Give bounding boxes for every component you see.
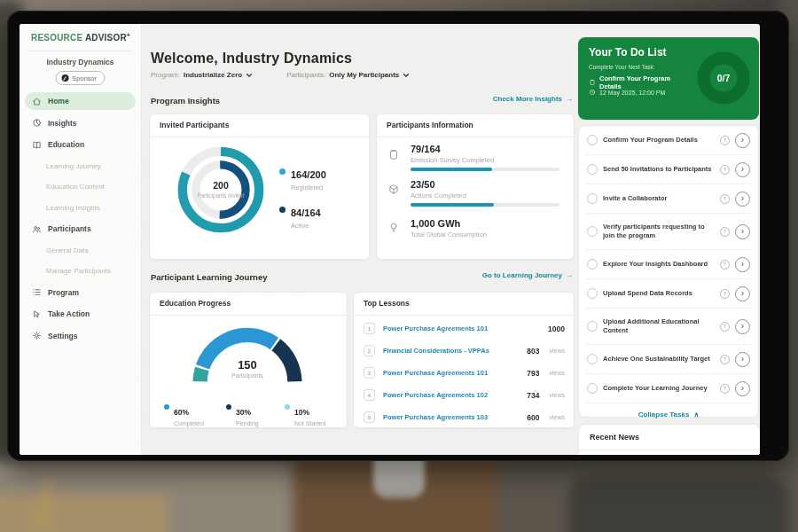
section-title-learning-journey: Participant Learning Journey [151, 272, 267, 282]
info-icon[interactable] [720, 227, 730, 237]
org-name: Industry Dynamics [20, 58, 141, 66]
task-go-button[interactable] [735, 352, 750, 367]
sponsor-icon [61, 74, 68, 82]
task-row: Verify participants requesting to join t… [586, 214, 751, 250]
progress-bar [411, 168, 559, 171]
sidebar-item-label: Education [48, 140, 84, 149]
sidebar-item-general-data[interactable]: General Data [25, 242, 136, 259]
task-checkbox[interactable] [587, 193, 598, 204]
survey-icon [387, 148, 400, 161]
sidebar-item-education[interactable]: Education [25, 136, 136, 153]
card-title: Top Lessons [354, 293, 574, 316]
lesson-row: 4 Power Purchase Agreements 102 734views [364, 384, 565, 406]
settings-icon [32, 331, 42, 340]
lesson-row: 5 Power Purchase Agreements 103 600views [364, 406, 565, 428]
legend-dot [279, 168, 286, 175]
legend-dot [285, 404, 290, 410]
rank-badge: 1 [364, 323, 375, 334]
sidebar-item-manage-participants[interactable]: Manage Participants [25, 262, 136, 279]
lesson-row: 3 Power Purchase Agreements 101 793views [364, 362, 565, 384]
lesson-link[interactable]: Financial Considerations - VPPAs [383, 347, 519, 355]
legend-active: 84/164 Active [279, 204, 321, 230]
info-icon[interactable] [720, 322, 730, 332]
actions-icon [387, 183, 400, 196]
task-row: Send 50 Invitations to Participants [586, 155, 751, 184]
todo-summary-card: Your To Do List Complete Your Next Task:… [578, 37, 759, 120]
task-checkbox[interactable] [587, 135, 598, 145]
task-go-button[interactable] [735, 319, 750, 334]
task-checkbox[interactable] [587, 354, 598, 364]
info-icon[interactable] [720, 136, 730, 145]
info-icon[interactable] [720, 260, 730, 270]
task-go-button[interactable] [735, 224, 750, 239]
lesson-link[interactable]: Power Purchase Agreements 101 [383, 369, 519, 377]
todo-task-list: Confirm Your Program Details Send 50 Inv… [578, 125, 759, 418]
sidebar-item-home[interactable]: Home [25, 92, 136, 110]
sidebar-item-insights[interactable]: Insights [25, 114, 136, 132]
task-row: Complete Your Learning Journey [586, 374, 751, 403]
task-go-button[interactable] [735, 192, 750, 207]
photo-scene: RESOURCE ADVISOR+ Industry Dynamics Spon… [0, 0, 798, 532]
sidebar-item-learning-insights[interactable]: Learning Insights [25, 200, 136, 216]
info-icon[interactable] [720, 289, 730, 299]
progress-bar [411, 203, 559, 207]
task-checkbox[interactable] [587, 321, 598, 332]
sidebar-item-program[interactable]: Program [25, 284, 136, 301]
take-action-icon [32, 309, 42, 319]
legend-not-started: 10% Not Started [285, 403, 325, 426]
task-checkbox[interactable] [587, 226, 598, 237]
info-icon[interactable] [720, 194, 730, 204]
rank-badge: 2 [364, 345, 375, 356]
legend-completed: 60% Completed [164, 403, 204, 426]
task-go-button[interactable] [735, 133, 750, 148]
recent-news-title: Recent News [590, 433, 639, 442]
task-row: Upload Spend Data Records [586, 279, 751, 309]
participants-filter[interactable]: Participants: Only My Participants [286, 71, 410, 79]
task-row: Explore Your Insights Dashboard [586, 250, 751, 279]
sidebar-item-label: Take Action [48, 309, 90, 318]
lesson-link[interactable]: Power Purchase Agreements 101 [383, 325, 540, 332]
sidebar-item-education-content[interactable]: Education Content [25, 178, 136, 195]
clipboard-icon [589, 79, 596, 86]
clock-icon [589, 89, 596, 96]
task-row: Achieve One Sustainability Target [586, 345, 751, 374]
rank-badge: 3 [364, 367, 375, 379]
info-row: 1,000 GWh Total Global Consumption [411, 218, 487, 239]
info-icon[interactable] [720, 355, 730, 364]
sidebar-nav: Home Insights Education Learning Journey… [25, 92, 136, 348]
program-filter[interactable]: Program: Industrialize Zero [151, 71, 253, 79]
collapse-tasks-link[interactable]: Collapse Tasks ∧ [586, 403, 751, 426]
task-go-button[interactable] [735, 381, 750, 396]
invited-participants-donut-chart [173, 142, 269, 238]
sidebar-item-participants[interactable]: Participants [25, 220, 136, 238]
sidebar-item-take-action[interactable]: Take Action [25, 305, 136, 323]
rank-badge: 4 [364, 389, 375, 401]
info-icon[interactable] [720, 384, 730, 394]
task-checkbox[interactable] [587, 259, 598, 270]
sidebar-item-settings[interactable]: Settings [25, 327, 136, 345]
education-icon [32, 140, 42, 150]
check-more-insights-link[interactable]: Check More Insights → [493, 95, 573, 103]
legend-dot [279, 207, 286, 213]
todo-title: Your To Do List [589, 46, 667, 59]
task-checkbox[interactable] [587, 164, 598, 175]
task-go-button[interactable] [735, 286, 750, 301]
go-to-learning-journey-link[interactable]: Go to Learning Journey → [482, 271, 573, 279]
app-logo[interactable]: RESOURCE ADVISOR+ [31, 32, 130, 43]
task-row: Confirm Your Program Details [586, 126, 751, 155]
sidebar-item-learning-journey[interactable]: Learning Journey [25, 158, 136, 175]
lesson-link[interactable]: Power Purchase Agreements 102 [383, 391, 519, 399]
sidebar-item-label: Insights [48, 119, 77, 128]
task-checkbox[interactable] [587, 383, 598, 394]
lesson-link[interactable]: Power Purchase Agreements 103 [383, 413, 519, 421]
insights-icon [32, 118, 42, 128]
info-icon[interactable] [720, 165, 730, 175]
card-title: Invited Participants [150, 114, 369, 137]
sponsor-badge[interactable]: Sponsor [55, 71, 106, 85]
sidebar-item-label: Home [48, 97, 69, 106]
lesson-row: 1 Power Purchase Agreements 101 1000 [364, 317, 565, 340]
dashboard-screen: RESOURCE ADVISOR+ Industry Dynamics Spon… [20, 24, 760, 455]
task-go-button[interactable] [735, 257, 750, 272]
task-checkbox[interactable] [587, 288, 598, 299]
task-go-button[interactable] [735, 162, 750, 177]
